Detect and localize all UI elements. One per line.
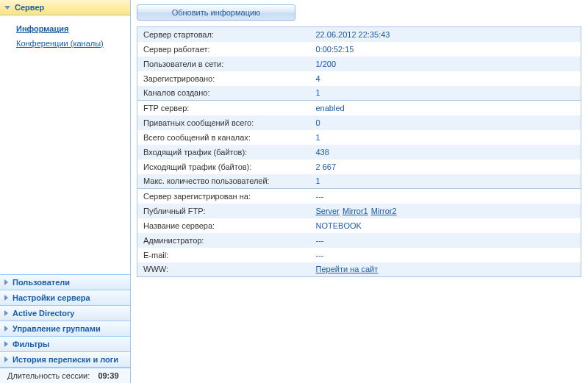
row-value: --- bbox=[310, 189, 581, 204]
row-label: FTP сервер: bbox=[137, 101, 310, 115]
sidebar-section-group-management[interactable]: Управление группами bbox=[0, 321, 130, 337]
row-value: --- bbox=[310, 248, 581, 262]
value-link[interactable]: Mirror2 bbox=[371, 207, 397, 215]
table-row: Название сервера:NOTEBOOK bbox=[137, 218, 581, 233]
row-label: Пользователи в сети: bbox=[137, 57, 310, 71]
main-content: Обновить информацию Сервер стартовал:22.… bbox=[131, 0, 588, 383]
row-value: 438 bbox=[310, 145, 581, 160]
sidebar: Сервер Информация Конференции (каналы) П… bbox=[0, 0, 131, 383]
sidebar-section-users[interactable]: Пользователи bbox=[0, 274, 130, 290]
table-row: WWW:Перейти на сайт bbox=[137, 262, 581, 277]
row-label: Макс. количество пользователей: bbox=[137, 174, 310, 189]
row-value: 0 bbox=[310, 115, 581, 130]
row-value: Перейти на сайт bbox=[310, 262, 581, 277]
section-label: Фильтры bbox=[12, 340, 49, 348]
row-value: 4 bbox=[310, 71, 581, 86]
section-label: Управление группами bbox=[12, 324, 101, 333]
value-link[interactable]: Server bbox=[316, 207, 340, 215]
server-info-table: Сервер стартовал:22.06.2012 22:35:43Серв… bbox=[137, 26, 581, 277]
chevron-right-icon bbox=[4, 326, 8, 332]
section-label: Настройки сервера bbox=[12, 293, 90, 302]
row-value: ServerMirror1Mirror2 bbox=[310, 204, 581, 218]
row-value: enabled bbox=[310, 101, 581, 115]
row-label: Сервер работает: bbox=[137, 42, 310, 57]
row-label: Название сервера: bbox=[137, 218, 310, 233]
row-value: 0:00:52:15 bbox=[310, 42, 581, 57]
row-label: Зарегистрировано: bbox=[137, 71, 310, 86]
chevron-right-icon bbox=[4, 357, 8, 362]
sidebar-section-server[interactable]: Сервер bbox=[0, 0, 130, 15]
table-row: Макс. количество пользователей:1 bbox=[137, 174, 581, 189]
sidebar-footer: Длительность сессии: 09:39 bbox=[0, 368, 130, 383]
row-label: Каналов создано: bbox=[137, 86, 310, 101]
table-row: Сервер работает:0:00:52:15 bbox=[137, 42, 581, 57]
table-row: E-mail:--- bbox=[137, 248, 581, 262]
sidebar-section-filters[interactable]: Фильтры bbox=[0, 336, 130, 352]
chevron-right-icon bbox=[4, 310, 8, 316]
row-value: --- bbox=[310, 233, 581, 248]
session-duration-value: 09:39 bbox=[98, 371, 118, 380]
row-value: 1 bbox=[310, 130, 581, 145]
table-row: Всего сообщений в каналах:1 bbox=[137, 130, 581, 145]
table-row: Администратор:--- bbox=[137, 233, 581, 248]
row-label: Администратор: bbox=[137, 233, 310, 248]
section-label: Active Directory bbox=[12, 309, 74, 318]
row-label: WWW: bbox=[137, 262, 310, 277]
row-label: Всего сообщений в каналах: bbox=[137, 130, 310, 145]
table-row: Исходящий трафик (байтов):2 667 bbox=[137, 160, 581, 174]
row-label: Публичный FTP: bbox=[137, 204, 310, 218]
row-value: 1 bbox=[310, 174, 581, 189]
table-row: Пользователи в сети:1/200 bbox=[137, 57, 581, 71]
row-value: 2 667 bbox=[310, 160, 581, 174]
row-value: 1 bbox=[310, 86, 581, 101]
row-label: Приватных сообщений всего: bbox=[137, 115, 310, 130]
row-value: 22.06.2012 22:35:43 bbox=[310, 27, 581, 42]
chevron-right-icon bbox=[4, 295, 8, 301]
table-row: Приватных сообщений всего:0 bbox=[137, 115, 581, 130]
session-duration-label: Длительность сессии: bbox=[7, 371, 90, 380]
sidebar-section-server-settings[interactable]: Настройки сервера bbox=[0, 290, 130, 306]
section-label: Сервер bbox=[15, 3, 44, 12]
chevron-down-icon bbox=[4, 6, 10, 10]
row-label: Сервер зарегистрирован на: bbox=[137, 189, 310, 204]
sidebar-sections: Сервер Информация Конференции (каналы) П… bbox=[0, 0, 130, 368]
section-label: Пользователи bbox=[12, 278, 70, 287]
section-label: История переписки и логи bbox=[12, 355, 118, 364]
sidebar-section-active-directory[interactable]: Active Directory bbox=[0, 305, 130, 321]
table-row: FTP сервер:enabled bbox=[137, 101, 581, 115]
chevron-right-icon bbox=[4, 279, 8, 285]
table-row: Сервер зарегистрирован на:--- bbox=[137, 189, 581, 204]
row-label: E-mail: bbox=[137, 248, 310, 262]
sidebar-section-history-logs[interactable]: История переписки и логи bbox=[0, 351, 130, 368]
row-label: Входящий трафик (байтов): bbox=[137, 145, 310, 160]
table-row: Публичный FTP:ServerMirror1Mirror2 bbox=[137, 204, 581, 218]
row-value: 1/200 bbox=[310, 57, 581, 71]
sidebar-nav-conferences[interactable]: Конференции (каналы) bbox=[16, 36, 123, 51]
table-row: Каналов создано:1 bbox=[137, 86, 581, 101]
table-row: Входящий трафик (байтов):438 bbox=[137, 145, 581, 160]
row-label: Исходящий трафик (байтов): bbox=[137, 160, 310, 174]
value-link[interactable]: Перейти на сайт bbox=[316, 265, 379, 273]
row-value: NOTEBOOK bbox=[310, 218, 581, 233]
table-row: Сервер стартовал:22.06.2012 22:35:43 bbox=[137, 27, 581, 42]
row-label: Сервер стартовал: bbox=[137, 27, 310, 42]
sidebar-nav-information[interactable]: Информация bbox=[16, 21, 123, 36]
chevron-right-icon bbox=[4, 341, 8, 347]
update-info-button[interactable]: Обновить информацию bbox=[137, 4, 295, 21]
sidebar-section-server-body: Информация Конференции (каналы) bbox=[0, 15, 130, 58]
table-row: Зарегистрировано:4 bbox=[137, 71, 581, 86]
value-link[interactable]: Mirror1 bbox=[343, 207, 368, 215]
